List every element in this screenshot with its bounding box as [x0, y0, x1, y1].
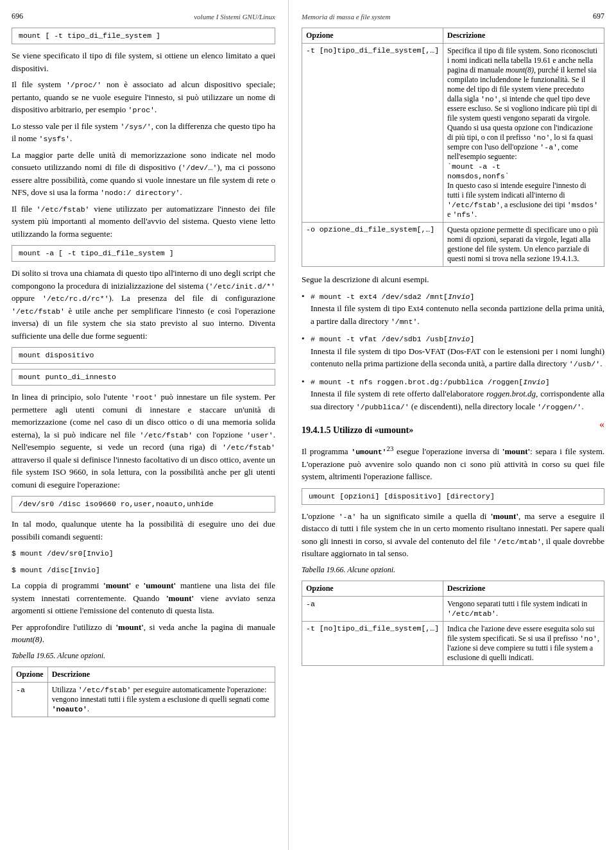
table-row: -a Vengono separati tutti i file system …: [302, 596, 604, 621]
examples-list: # mount -t ext4 /dev/sda2 /mnt[Invio] In…: [302, 290, 604, 413]
para-9: La coppia di programmi 'mount' e 'umount…: [12, 579, 275, 617]
options-table-3: Opzione Descrizione -a Vengono separati …: [302, 581, 604, 666]
option-o-desc: Questa opzione permette di specificare u…: [443, 223, 604, 267]
example-1: # mount -t ext4 /dev/sda2 /mnt[Invio] In…: [302, 290, 604, 328]
left-page-number: 696: [12, 12, 23, 21]
para-2: Il file system '/proc/' non è associato …: [12, 78, 275, 116]
left-page: 696 volume I Sistemi GNU/Linux mount [ -…: [0, 0, 289, 850]
col-header-option: Opzione: [12, 667, 48, 682]
right-header: Memoria di massa e file system 697: [302, 12, 604, 21]
code-umount: umount [opzioni] [dispositivo] [director…: [302, 488, 604, 505]
examples-intro: Segue la descrizione di alcuni esempi.: [302, 273, 604, 286]
code-fstab-example: /dev/sr0 /disc iso9660 ro,user,noauto,un…: [12, 496, 275, 513]
code-mount-basic: mount [ -t tipo_di_file_system ]: [12, 28, 275, 44]
right-page-number: 697: [593, 12, 604, 21]
umount-t-desc: Indica che l'azione deve essere eseguita…: [443, 621, 604, 665]
col-header-desc: Descrizione: [47, 667, 275, 682]
right-page: Memoria di massa e file system 697 Opzio…: [289, 0, 616, 850]
quote-icon: «: [599, 419, 604, 430]
table-caption-2: Tabella 19.66. Alcune opzioni.: [302, 564, 604, 575]
cmd2: $ mount /disc[Invio]: [12, 563, 275, 576]
left-book-title: volume I Sistemi GNU/Linux: [194, 13, 275, 21]
para-10: Per approfondire l'utilizzo di 'mount', …: [12, 621, 275, 646]
para-3: Lo stesso vale per il file system '/sys/…: [12, 120, 275, 145]
umount-a-desc: Vengono separati tutti i file system ind…: [443, 596, 604, 621]
umount-intro: Il programma 'umount'23 esegue l'operazi…: [302, 443, 604, 483]
desc-cell: Utilizza '/etc/fstab' per eseguire autom…: [47, 682, 275, 717]
table-row: -t [no]tipo_di_file_system[,…] Indica ch…: [302, 621, 604, 665]
left-header: 696 volume I Sistemi GNU/Linux: [12, 12, 275, 21]
option-o-cell: -o opzione_di_file_system[,…]: [302, 223, 443, 267]
umount-a-cell: -a: [302, 596, 443, 621]
example-3: # mount -t nfs roggen.brot.dg:/pubblica …: [302, 375, 604, 413]
para-8: In tal modo, qualunque utente ha la poss…: [12, 518, 275, 543]
option-cell: -a: [12, 682, 48, 717]
code-mount-device: mount dispositivo: [12, 347, 275, 364]
table-row: -o opzione_di_file_system[,…] Questa opz…: [302, 223, 604, 267]
col-header-desc-r: Descrizione: [443, 28, 604, 44]
code-mount-point: mount punto_di_innesto: [12, 369, 275, 386]
option-t-cell: -t [no]tipo_di_file_system[,…]: [302, 44, 443, 223]
code-mount-a: mount -a [ -t tipo_di_file_system ]: [12, 245, 275, 262]
table-caption-1: Tabella 19.65. Alcune opzioni.: [12, 650, 275, 661]
col-header-desc3: Descrizione: [443, 581, 604, 596]
para-5: Il file '/etc/fstab' viene utilizzato pe…: [12, 203, 275, 241]
cmd1: $ mount /dev/sr0[Invio]: [12, 547, 275, 559]
option-t-desc: Specifica il tipo di file system. Sono r…: [443, 44, 604, 223]
para-1: Se viene specificato il tipo di file sys…: [12, 49, 275, 74]
umount-desc: L'opzione '-a' ha un significato simile …: [302, 510, 604, 560]
section-title-umount: 19.4.1.5 Utilizzo di «umount»: [302, 425, 599, 436]
col-header-option-r: Opzione: [302, 28, 443, 44]
col-header-opt3: Opzione: [302, 581, 443, 596]
para-6: Di solito si trova una chiamata di quest…: [12, 267, 275, 342]
para-7: In linea di principio, solo l'utente 'ro…: [12, 391, 275, 491]
options-table-1: Opzione Descrizione -a Utilizza '/etc/fs…: [12, 667, 275, 717]
right-chapter-title: Memoria di massa e file system: [302, 13, 390, 21]
options-table-2: Opzione Descrizione -t [no]tipo_di_file_…: [302, 28, 604, 267]
umount-t-cell: -t [no]tipo_di_file_system[,…]: [302, 621, 443, 665]
table-row: -a Utilizza '/etc/fstab' per eseguire au…: [12, 682, 275, 717]
para-4: La maggior parte delle unità di memorizz…: [12, 149, 275, 199]
example-2: # mount -t vfat /dev/sdb1 /usb[Invio] In…: [302, 332, 604, 370]
table-row: -t [no]tipo_di_file_system[,…] Specifica…: [302, 44, 604, 223]
